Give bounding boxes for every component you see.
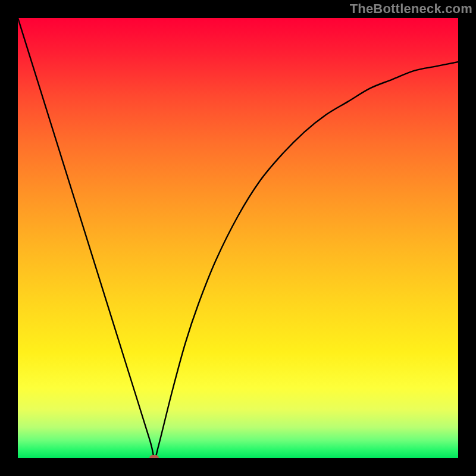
min-bottleneck-marker bbox=[149, 455, 159, 458]
curve-svg bbox=[18, 18, 458, 458]
bottleneck-curve bbox=[18, 18, 458, 458]
chart-frame: TheBottleneck.com bbox=[0, 0, 476, 476]
watermark-text: TheBottleneck.com bbox=[350, 1, 472, 17]
plot-area bbox=[18, 18, 458, 458]
